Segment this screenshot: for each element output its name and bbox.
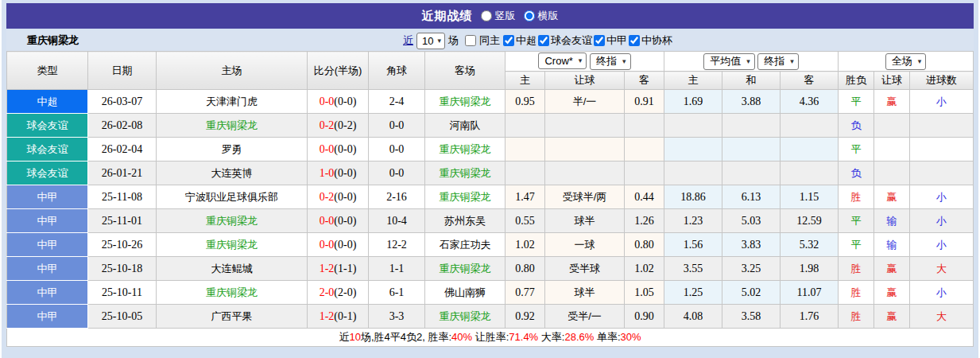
summary-text: 近10场,胜4平4负2, 胜率:40% 让胜率:71.4% 大率:28.6% 单… — [7, 329, 974, 347]
handicap-result: 赢 — [874, 257, 910, 281]
handicap-odds-away: 0.44 — [625, 185, 664, 209]
average-stage-value: 终指 — [764, 54, 784, 68]
score-cell: 0-0(0-0) — [308, 138, 369, 161]
score-cell: 0-0(0-0) — [308, 90, 369, 114]
col-goals: 进球数 — [910, 72, 974, 90]
horizontal-radio-label: 横版 — [538, 9, 559, 23]
handicap-odds-home — [505, 161, 545, 185]
avg-odds-away: 4.36 — [781, 90, 839, 114]
handicap-line — [545, 114, 625, 138]
half-time-score: (0-0) — [334, 215, 356, 227]
full-time-score: 2-0 — [320, 286, 335, 298]
table-row: 球会友谊26-01-21大连英博1-0(0-0)0-0重庆铜梁龙负 — [7, 161, 974, 185]
bookmaker-select[interactable]: Crow* ▾ — [538, 53, 587, 69]
checkbox-input[interactable] — [465, 35, 476, 46]
away-team: 石家庄功夫 — [425, 233, 505, 257]
half-time-score: (0-2) — [334, 119, 356, 131]
handicap-line: 球半 — [545, 209, 625, 233]
checkbox-input[interactable] — [594, 35, 605, 46]
avg-odds-home: 3.55 — [664, 257, 722, 281]
average-select[interactable]: 平均值 ▾ — [703, 53, 755, 70]
match-result: 负 — [839, 114, 874, 138]
score-cell: 0-2(0-2) — [308, 114, 369, 138]
avg-odds-home — [664, 161, 722, 185]
filter-checkbox-4[interactable]: 中甲 — [594, 33, 627, 48]
average-stage-select[interactable]: 终指 ▾ — [757, 53, 799, 70]
layout-option-vertical[interactable]: 竖版 — [481, 9, 516, 23]
league-badge: 球会友谊 — [7, 114, 88, 138]
filter-checkbox-5[interactable]: 中协杯 — [629, 33, 672, 48]
col-result: 胜负 — [839, 72, 874, 90]
avg-odds-away: 5.32 — [781, 233, 839, 257]
home-team: 重庆铜梁龙 — [157, 233, 308, 257]
avg-odds-away — [781, 161, 839, 185]
handicap-result: 赢 — [874, 305, 910, 329]
table-row: 中甲25-10-05广西平果1-2(0-1)3-3重庆铜梁龙0.92受半/一0.… — [7, 305, 974, 329]
half-time-score: (0-0) — [334, 95, 356, 107]
layout-option-horizontal[interactable]: 横版 — [524, 9, 559, 23]
handicap-odds-away: 1.02 — [625, 257, 664, 281]
handicap-line: 受半球 — [545, 257, 625, 281]
handicap-line: 受半/一 — [545, 305, 625, 329]
corner-count: 1-1 — [369, 257, 425, 281]
goals-result: 小 — [910, 209, 974, 233]
col-date: 日期 — [88, 52, 157, 90]
match-date: 25-10-11 — [88, 281, 157, 305]
half-time-score: (1-1) — [334, 263, 356, 274]
checkbox-input[interactable] — [538, 35, 549, 46]
home-team: 罗勇 — [157, 138, 308, 161]
checkbox-input[interactable] — [503, 35, 514, 46]
handicap-odds-away: 0.90 — [625, 305, 664, 329]
handicap-result: 赢 — [874, 185, 910, 209]
checkbox-input[interactable] — [629, 35, 640, 46]
filter-checkbox-2[interactable]: 中超 — [503, 33, 536, 48]
filter-controls: 近 10 ▾ 场 同主中超球会友谊中甲中协杯 — [403, 33, 672, 49]
away-team: 重庆铜梁龙 — [425, 138, 505, 161]
col-odds-away: 客 — [625, 72, 664, 90]
match-count-select[interactable]: 10 ▾ — [416, 33, 445, 49]
home-team: 大连英博 — [157, 161, 308, 185]
filter-checkboxes: 同主中超球会友谊中甲中协杯 — [463, 33, 672, 48]
score-cell: 0-0(0-0) — [308, 233, 369, 257]
handicap-line: 半/一 — [545, 90, 625, 114]
half-time-score: (0-0) — [334, 191, 356, 203]
table-row: 中甲25-10-11重庆铜梁龙2-0(2-0)6-1佛山南狮0.77球半1.05… — [7, 281, 974, 305]
table-row: 中甲25-11-08宁波职业足球俱乐部0-2(0-0)2-16重庆铜梁龙1.47… — [7, 185, 974, 209]
avg-odds-draw: 6.13 — [722, 185, 781, 209]
league-badge: 球会友谊 — [7, 161, 88, 185]
vertical-radio[interactable] — [481, 10, 492, 21]
corner-count: 2-16 — [369, 185, 425, 209]
handicap-odds-away: 0.91 — [625, 90, 664, 114]
summary-segment: 30% — [621, 331, 641, 343]
league-badge: 中甲 — [7, 281, 88, 305]
handicap-line: 球半 — [545, 281, 625, 305]
summary-segment: 40% — [451, 331, 472, 343]
avg-odds-draw — [722, 114, 781, 138]
horizontal-radio[interactable] — [524, 10, 535, 21]
avg-odds-draw: 3.88 — [722, 90, 781, 114]
chevron-down-icon: ▾ — [790, 58, 794, 65]
col-away: 客场 — [425, 52, 505, 90]
match-result: 胜 — [839, 281, 874, 305]
away-team: 重庆铜梁龙 — [425, 185, 505, 209]
near-link[interactable]: 近 — [403, 33, 413, 48]
handicap-line — [545, 161, 625, 185]
handicap-odds-home: 1.47 — [505, 185, 545, 209]
filter-checkbox-3[interactable]: 球会友谊 — [538, 33, 592, 48]
bookmaker-stage-select[interactable]: 终指 ▾ — [590, 53, 631, 70]
full-time-score: 1-0 — [320, 167, 335, 179]
match-result: 平 — [839, 90, 874, 114]
home-team: 宁波职业足球俱乐部 — [157, 185, 308, 209]
match-date: 25-10-18 — [88, 257, 157, 281]
chevron-down-icon: ▾ — [579, 57, 583, 64]
checkbox-label: 中超 — [516, 33, 536, 48]
corner-count: 3-3 — [369, 305, 425, 329]
goals-result — [910, 161, 974, 185]
home-team: 重庆铜梁龙 — [157, 209, 308, 233]
filter-checkbox-1[interactable]: 同主 — [465, 33, 500, 48]
score-cell: 0-0(0-0) — [308, 209, 369, 233]
scope-select[interactable]: 全场 ▾ — [885, 53, 927, 70]
avg-odds-away: 12.59 — [781, 209, 839, 233]
full-time-score: 1-2 — [320, 310, 335, 322]
handicap-odds-home — [505, 138, 545, 161]
